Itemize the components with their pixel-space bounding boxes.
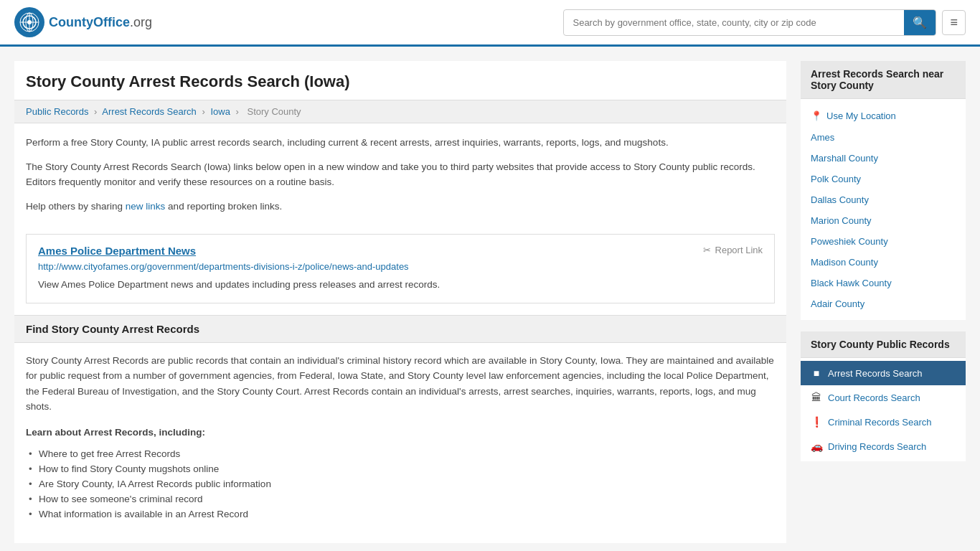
record-link-title[interactable]: Ames Police Department News bbox=[38, 245, 196, 257]
sidebar-public-title: Story County Public Records bbox=[801, 331, 966, 358]
find-section: Find Story County Arrest Records Story C… bbox=[14, 315, 786, 532]
use-location-link[interactable]: Use My Location bbox=[826, 110, 896, 121]
breadcrumb-story-county: Story County bbox=[247, 106, 301, 117]
driving-icon: 🚗 bbox=[811, 441, 822, 452]
search-box: 🔍 bbox=[563, 9, 936, 36]
location-icon: 📍 bbox=[811, 110, 822, 121]
intro-section: Perform a free Story County, IA public a… bbox=[14, 123, 786, 234]
use-location-item: 📍 Use My Location bbox=[801, 105, 966, 127]
nearby-link[interactable]: Polk County bbox=[811, 174, 861, 184]
learn-heading: Learn about Arrest Records, including: bbox=[26, 425, 775, 441]
sidebar-nearby-section: Arrest Records Search near Story County … bbox=[801, 61, 966, 320]
nearby-link[interactable]: Madison County bbox=[811, 257, 878, 268]
sidebar-link-blackhawk: Black Hawk County bbox=[801, 273, 966, 293]
find-section-header: Find Story County Arrest Records bbox=[14, 315, 786, 343]
menu-button[interactable]: ≡ bbox=[942, 10, 966, 35]
header: CountyOffice.org 🔍 ≡ bbox=[0, 0, 980, 47]
learn-list: Where to get free Arrest Records How to … bbox=[26, 446, 775, 522]
arrest-records-link[interactable]: Arrest Records Search bbox=[828, 368, 923, 379]
report-link-label: Report Link bbox=[715, 245, 763, 255]
sidebar-public-section: Story County Public Records ■ Arrest Rec… bbox=[801, 331, 966, 461]
breadcrumb-iowa[interactable]: Iowa bbox=[210, 106, 230, 117]
sidebar-court-records[interactable]: 🏛 Court Records Search bbox=[801, 385, 966, 410]
list-item: How to see someone's criminal record bbox=[26, 491, 775, 507]
nearby-link[interactable]: Marshall County bbox=[811, 153, 878, 164]
court-records-link[interactable]: Court Records Search bbox=[828, 392, 920, 403]
logo-area: CountyOffice.org bbox=[14, 7, 152, 37]
sidebar-link-ames: Ames bbox=[801, 127, 966, 148]
record-link-desc: View Ames Police Department news and upd… bbox=[38, 278, 763, 292]
nearby-link[interactable]: Adair County bbox=[811, 298, 864, 309]
court-icon: 🏛 bbox=[811, 392, 822, 403]
sidebar-link-polk: Polk County bbox=[801, 169, 966, 189]
sidebar-public-links: ■ Arrest Records Search 🏛 Court Records … bbox=[801, 358, 966, 461]
nearby-link[interactable]: Poweshiek County bbox=[811, 236, 888, 247]
report-link-button[interactable]: ✂ Report Link bbox=[703, 245, 763, 255]
sidebar-nearby-links: 📍 Use My Location Ames Marshall County P… bbox=[801, 99, 966, 320]
list-item: What information is available in an Arre… bbox=[26, 507, 775, 522]
page-title: Story County Arrest Records Search (Iowa… bbox=[14, 61, 786, 100]
sidebar-link-adair: Adair County bbox=[801, 293, 966, 314]
logo-text: CountyOffice.org bbox=[49, 15, 152, 30]
sidebar-criminal-records[interactable]: ❗ Criminal Records Search bbox=[801, 410, 966, 434]
breadcrumb-public-records[interactable]: Public Records bbox=[26, 106, 88, 117]
criminal-records-link[interactable]: Criminal Records Search bbox=[828, 417, 932, 428]
driving-records-link[interactable]: Driving Records Search bbox=[828, 441, 926, 452]
record-link-url[interactable]: http://www.cityofames.org/government/dep… bbox=[38, 261, 763, 272]
scissors-icon: ✂ bbox=[703, 245, 711, 255]
nearby-link[interactable]: Marion County bbox=[811, 215, 872, 226]
find-section-para: Story County Arrest Records are public r… bbox=[26, 353, 775, 415]
criminal-icon: ❗ bbox=[811, 416, 822, 428]
logo-icon bbox=[14, 7, 44, 37]
search-input[interactable] bbox=[564, 11, 904, 34]
list-item: Are Story County, IA Arrest Records publ… bbox=[26, 476, 775, 491]
sidebar-link-poweshiek: Poweshiek County bbox=[801, 231, 966, 252]
sidebar: Arrest Records Search near Story County … bbox=[801, 61, 966, 543]
nearby-link[interactable]: Ames bbox=[811, 132, 834, 143]
search-button[interactable]: 🔍 bbox=[904, 10, 936, 35]
record-link-header: Ames Police Department News ✂ Report Lin… bbox=[38, 245, 763, 257]
sidebar-driving-records[interactable]: 🚗 Driving Records Search bbox=[801, 434, 966, 458]
breadcrumb: Public Records › Arrest Records Search ›… bbox=[14, 100, 786, 123]
sidebar-link-madison: Madison County bbox=[801, 252, 966, 273]
list-item: Where to get free Arrest Records bbox=[26, 446, 775, 461]
content-area: Story County Arrest Records Search (Iowa… bbox=[14, 61, 786, 543]
intro-para-2: The Story County Arrest Records Search (… bbox=[26, 159, 775, 190]
list-item: How to find Story County mugshots online bbox=[26, 461, 775, 476]
search-area: 🔍 ≡ bbox=[563, 9, 966, 36]
sidebar-link-marshall: Marshall County bbox=[801, 148, 966, 169]
nearby-link[interactable]: Dallas County bbox=[811, 194, 869, 205]
intro-para-1: Perform a free Story County, IA public a… bbox=[26, 135, 775, 151]
sidebar-arrest-records[interactable]: ■ Arrest Records Search bbox=[801, 361, 966, 385]
sidebar-link-dallas: Dallas County bbox=[801, 189, 966, 210]
intro-para-3: Help others by sharing new links and rep… bbox=[26, 199, 775, 215]
svg-point-5 bbox=[27, 20, 32, 24]
find-section-body: Story County Arrest Records are public r… bbox=[14, 343, 786, 532]
new-links-link[interactable]: new links bbox=[126, 201, 166, 212]
main-container: Story County Arrest Records Search (Iowa… bbox=[0, 47, 980, 551]
nearby-link[interactable]: Black Hawk County bbox=[811, 278, 892, 288]
sidebar-link-marion: Marion County bbox=[801, 210, 966, 231]
breadcrumb-arrest-records[interactable]: Arrest Records Search bbox=[102, 106, 197, 117]
arrest-icon: ■ bbox=[811, 367, 822, 379]
sidebar-nearby-title: Arrest Records Search near Story County bbox=[801, 61, 966, 99]
record-link-box: Ames Police Department News ✂ Report Lin… bbox=[26, 234, 775, 303]
